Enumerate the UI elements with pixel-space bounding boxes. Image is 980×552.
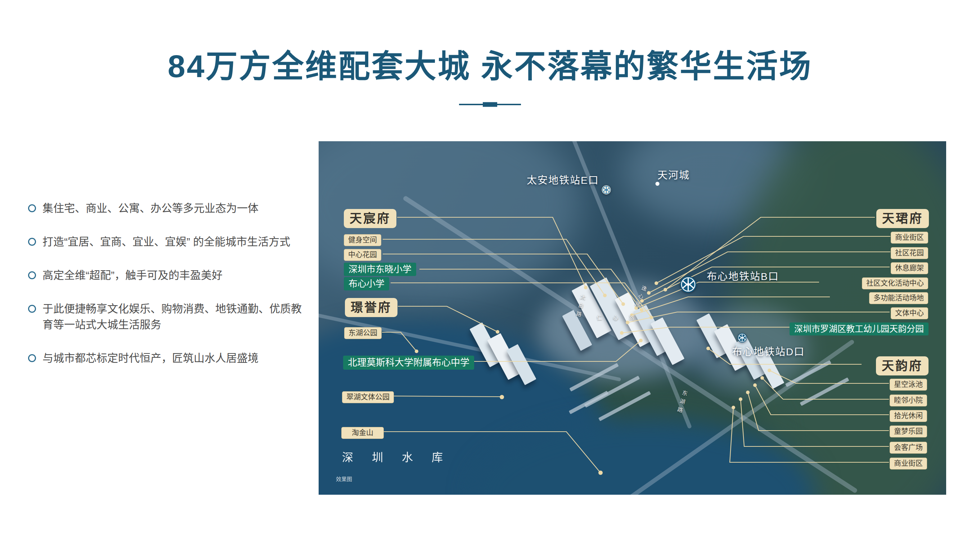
water-body-label: 深圳水库 bbox=[342, 448, 461, 464]
station-label: 布心地铁站D口 bbox=[732, 344, 805, 358]
bullet-item: 集住宅、商业、公寓、办公等多元业态为一体 bbox=[27, 200, 308, 216]
render-watermark: 效果图 bbox=[336, 475, 352, 482]
bullet-item: 打造“宜居、宜商、宜业、宜娱” 的全能城市生活方式 bbox=[27, 234, 308, 250]
title-divider bbox=[459, 104, 521, 105]
metro-icon bbox=[737, 333, 747, 343]
station-label: 布心地铁站B口 bbox=[707, 268, 779, 283]
slide: 84万方全维配套大城 永不落幕的繁华生活场 集住宅、商业、公寓、办公等多元业态为… bbox=[0, 0, 980, 552]
station-label: 天河城 bbox=[657, 167, 690, 182]
bullet-item: 于此便捷畅享文化娱乐、购物消费、地铁通勤、优质教育等一站式大城生活服务 bbox=[27, 301, 308, 333]
metro-icon bbox=[601, 185, 611, 195]
bullet-item: 与城市都芯标定时代恒产，匠筑山水人居盛境 bbox=[27, 350, 308, 366]
road-label: 逸心路 bbox=[632, 284, 648, 311]
page-title: 84万方全维配套大城 永不落幕的繁华生活场 bbox=[0, 40, 980, 86]
metro-icon bbox=[680, 276, 697, 293]
feature-list: 集住宅、商业、公寓、办公等多元业态为一体打造“宜居、宜商、宜业、宜娱” 的全能城… bbox=[27, 200, 308, 384]
road-label: 太白路 bbox=[574, 294, 587, 321]
bullet-item: 高定全维“超配”，触手可及的丰盈美好 bbox=[27, 267, 308, 283]
map-overlay: 深圳水库 效果图 太安地铁站E口天河城布心地铁站B口布心地铁站D口太白路仁心路逸… bbox=[319, 141, 946, 495]
road-label: 东湖路 bbox=[675, 389, 689, 416]
road-label: 仁心路 bbox=[597, 313, 645, 321]
aerial-map: 天宸府健身空间中心花园深圳市东晓小学布心小学璟誉府东湖公园北理莫斯科大学附属布心… bbox=[319, 141, 946, 495]
station-label: 太安地铁站E口 bbox=[527, 172, 599, 187]
